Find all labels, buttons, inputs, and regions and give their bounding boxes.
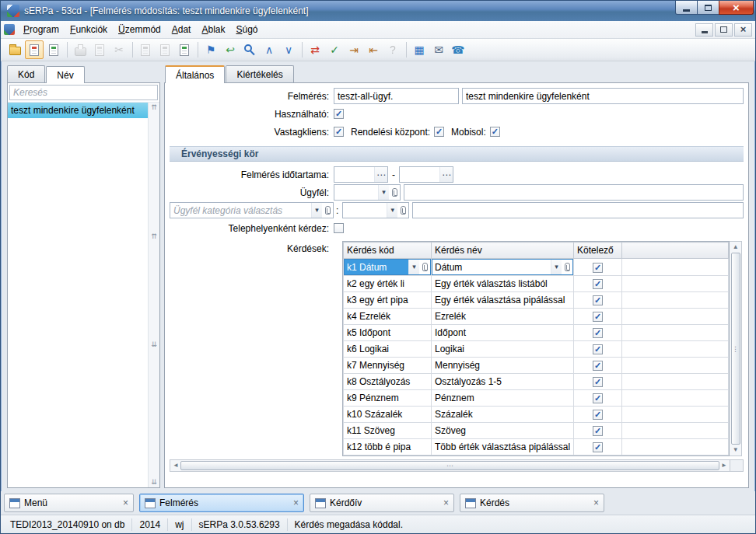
mobisol-checkbox[interactable] [490, 127, 500, 137]
question-code-cell[interactable]: k7 Mennyiség [344, 358, 432, 374]
horizontal-scrollbar[interactable] [170, 459, 730, 472]
mail-icon[interactable]: ✉ [429, 40, 448, 59]
scroll-pageup-icon[interactable]: ⇈ [149, 233, 159, 240]
search-icon[interactable] [240, 40, 259, 59]
column-header[interactable]: Kötelező [574, 243, 622, 259]
scroll-top-icon[interactable]: ⇈ [149, 104, 159, 111]
table-row[interactable]: k10 SzázalékSzázalék [344, 407, 729, 423]
menu-item-2[interactable]: Üzemmód [113, 22, 166, 37]
verify-icon[interactable]: ✓ [325, 40, 344, 59]
mdi-close-button[interactable] [734, 23, 752, 37]
column-header[interactable]: Kérdés név [432, 243, 574, 259]
paperclip-icon[interactable] [419, 260, 430, 274]
menu-item-0[interactable]: Program [18, 22, 65, 37]
table-row[interactable]: k11 SzövegSzöveg [344, 423, 729, 439]
mdi-minimize-button[interactable] [695, 23, 713, 37]
question-name-cell[interactable]: Pénznem [432, 390, 574, 407]
vastagkliens-checkbox[interactable] [334, 127, 344, 137]
dropdown-arrow-icon[interactable] [378, 185, 389, 200]
dropdown-arrow-icon[interactable] [387, 203, 397, 218]
dropdown-arrow-icon[interactable] [311, 203, 322, 218]
question-code-cell[interactable]: k10 Százalék [344, 407, 432, 423]
ugyfel-kategoria-name-input[interactable] [412, 202, 744, 218]
scroll-left-icon[interactable] [171, 461, 180, 470]
table-row[interactable]: k8 OsztályozásOsztályozás 1-5 [344, 374, 729, 390]
felmeres-name-input[interactable] [462, 88, 744, 104]
question-code-cell[interactable]: k11 Szöveg [344, 423, 432, 439]
question-name-cell[interactable]: Egy érték választás listából [432, 276, 574, 292]
dropdown-arrow-icon[interactable] [551, 260, 562, 274]
required-checkbox[interactable] [593, 295, 603, 305]
question-name-cell[interactable]: Mennyiség [432, 358, 574, 374]
required-checkbox[interactable] [593, 426, 603, 436]
question-code-cell[interactable]: k12 több é pipa [344, 439, 432, 455]
door-in-icon[interactable]: ⇥ [345, 40, 363, 59]
question-name-cell[interactable]: Osztályozás 1-5 [432, 374, 574, 390]
scrollbar-thumb[interactable] [731, 253, 740, 445]
ugyfel-kategoria-combo[interactable]: Ügyfél kategória választás [170, 202, 334, 218]
table-row[interactable]: k1 DátumDátum [344, 259, 729, 276]
left-tab-0[interactable]: Kód [7, 65, 45, 82]
table-row[interactable]: k6 LogikaiLogikai [344, 341, 729, 358]
menu-item-1[interactable]: Funkciók [65, 22, 113, 37]
scroll-down-icon[interactable] [733, 445, 739, 455]
list-vertical-scrollbar[interactable]: ⇈ ⇈ ⇊ ⇊ [148, 103, 159, 487]
phone-icon[interactable]: ☎ [449, 40, 467, 59]
column-header[interactable]: Kérdés kód [344, 243, 432, 259]
close-button[interactable] [719, 1, 754, 15]
main-tab-0[interactable]: Általános [165, 65, 225, 83]
question-code-cell[interactable]: k1 Dátum [344, 259, 432, 276]
menu-item-3[interactable]: Adat [166, 22, 197, 37]
required-checkbox[interactable] [593, 279, 603, 289]
scrollbar-thumb[interactable] [180, 461, 719, 470]
maximize-button[interactable] [698, 1, 719, 15]
table-row[interactable]: k12 több é pipaTöbb érték választása pip… [344, 439, 729, 455]
date-picker-button[interactable] [439, 167, 453, 182]
close-tab-icon[interactable] [293, 498, 299, 508]
close-tab-icon[interactable] [443, 498, 449, 508]
question-code-cell[interactable]: k8 Osztályozás [344, 374, 432, 390]
paperclip-icon[interactable] [397, 203, 408, 218]
paperclip-icon[interactable] [562, 260, 572, 274]
paperclip-icon[interactable] [322, 203, 333, 218]
question-name-cell[interactable]: Egy érték választása pipálással [432, 292, 574, 309]
mdi-restore-button[interactable] [715, 23, 733, 37]
prev-record-icon[interactable]: ∧ [260, 40, 278, 59]
question-name-cell[interactable]: Időpont [432, 325, 574, 341]
question-name-cell[interactable]: Százalék [432, 407, 574, 423]
door-out-icon[interactable]: ⇤ [364, 40, 383, 59]
bottom-tab-0[interactable]: Menü [4, 494, 134, 512]
menu-item-4[interactable]: Ablak [196, 22, 230, 37]
open-folder-icon[interactable] [5, 40, 24, 59]
required-checkbox[interactable] [593, 361, 603, 371]
flag-blue-icon[interactable]: ⚑ [201, 40, 220, 59]
question-name-cell[interactable]: Több érték választása pipálással [432, 439, 574, 455]
bottom-tab-2[interactable]: Kérdőív [310, 494, 454, 512]
menu-item-5[interactable]: Súgó [230, 22, 263, 37]
question-code-cell[interactable]: k9 Pénznem [344, 390, 432, 407]
insert-record-icon[interactable] [44, 40, 63, 59]
hasznalhato-checkbox[interactable] [334, 109, 344, 119]
table-row[interactable]: k3 egy ért pipaEgy érték választása pipá… [344, 292, 729, 309]
question-name-cell[interactable]: Dátum [432, 259, 574, 276]
bottom-tab-3[interactable]: Kérdés [460, 494, 604, 512]
minimize-button[interactable] [675, 1, 698, 15]
table-row[interactable]: k5 IdőpontIdőpont [344, 325, 729, 341]
close-tab-icon[interactable] [123, 498, 128, 508]
list-item[interactable]: teszt mindenkire ügyfelenként [8, 103, 148, 118]
scroll-bottom-icon[interactable]: ⇊ [149, 479, 159, 486]
grid-icon[interactable]: ▦ [410, 40, 429, 59]
question-code-cell[interactable]: k6 Logikai [344, 341, 432, 358]
next-record-icon[interactable]: ∨ [279, 40, 298, 59]
question-name-cell[interactable]: Szöveg [432, 423, 574, 439]
left-tab-1[interactable]: Név [46, 66, 84, 83]
paperclip-icon[interactable] [389, 185, 400, 200]
required-checkbox[interactable] [593, 328, 603, 338]
ugyfel-kategoria-value-combo[interactable] [342, 202, 409, 218]
ugyfel-combo[interactable] [334, 184, 401, 201]
rendelesi-kozpont-checkbox[interactable] [434, 127, 444, 137]
idotartam-to-field[interactable] [399, 166, 453, 183]
question-code-cell[interactable]: k4 Ezrelék [344, 309, 432, 325]
required-checkbox[interactable] [593, 377, 603, 387]
scroll-right-icon[interactable] [719, 461, 729, 470]
